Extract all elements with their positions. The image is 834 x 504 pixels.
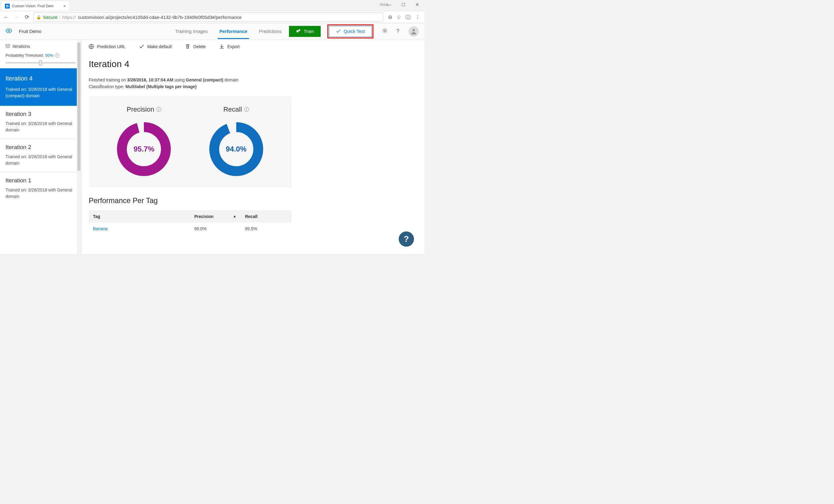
threshold-info-icon[interactable]: i xyxy=(55,53,59,58)
logo-eye-icon[interactable] xyxy=(5,29,12,34)
bookmark-icon[interactable]: ☆ xyxy=(397,14,401,20)
tag-table: Tag Precision▲ Recall Banana 99.0% 95.5% xyxy=(89,211,291,235)
th-precision[interactable]: Precision▲ xyxy=(190,211,241,223)
threshold-label: Probability Threshold: xyxy=(5,53,44,58)
metrics-panel: Precision i 95.7% Recall i xyxy=(89,96,291,187)
help-chat-button[interactable]: ? xyxy=(399,232,414,247)
recall-metric: Recall i 94.0% xyxy=(207,106,265,178)
browser-chrome: Custom Vision: Fruit Dem × Anna — ☐ ✕ ← … xyxy=(0,0,424,23)
minimize-icon[interactable]: — xyxy=(382,0,396,9)
precision-donut: 95.7% xyxy=(115,120,173,178)
info-icon[interactable]: ⓘ xyxy=(405,14,411,21)
svg-point-6 xyxy=(384,29,386,31)
quick-test-button[interactable]: Quick Test xyxy=(329,26,372,37)
check-icon xyxy=(139,44,144,49)
menu-icon[interactable]: ⋮ xyxy=(415,14,420,20)
th-recall[interactable]: Recall xyxy=(241,211,291,223)
tag-recall: 95.5% xyxy=(241,223,291,235)
iteration-subtitle: Trained on: 3/28/2018 with General domai… xyxy=(5,120,75,133)
precision-value: 95.7% xyxy=(133,145,154,153)
recall-title: Recall i xyxy=(207,106,265,113)
tab-training-images[interactable]: Training Images xyxy=(175,24,208,39)
browser-tab[interactable]: Custom Vision: Fruit Dem × xyxy=(2,1,69,11)
iterations-label: Iterations xyxy=(13,44,30,49)
make-default-button[interactable]: Make default xyxy=(139,44,172,49)
delete-button[interactable]: Delete xyxy=(185,44,205,49)
iteration-title: Iteration 3 xyxy=(5,111,75,117)
iteration-subtitle: Trained on: 3/28/2018 with General domai… xyxy=(5,187,75,200)
tab-predictions[interactable]: Predictions xyxy=(258,24,282,39)
precision-metric: Precision i 95.7% xyxy=(115,106,173,178)
settings-icon[interactable] xyxy=(382,28,388,35)
reload-icon[interactable]: ⟳ xyxy=(23,14,30,20)
tab-close-icon[interactable]: × xyxy=(63,4,66,8)
train-label: Train xyxy=(304,29,314,34)
url-separator: | xyxy=(60,15,61,20)
threshold-value: 50% xyxy=(45,53,53,58)
trash-icon xyxy=(185,44,190,49)
iteration-title: Iteration 4 xyxy=(5,75,75,82)
address-bar: ← → ⟳ 🔒 Secure | https://customvision.ai… xyxy=(0,11,424,23)
iteration-item-2[interactable]: Iteration 2 Trained on: 3/28/2018 with G… xyxy=(0,139,81,172)
main-content: Prediction URL Make default Delete Expor… xyxy=(81,40,424,254)
forward-icon[interactable]: → xyxy=(13,14,20,20)
iteration-title: Iteration 2 xyxy=(5,144,75,151)
tab-performance[interactable]: Performance xyxy=(219,24,248,39)
help-icon[interactable]: ? xyxy=(396,28,399,35)
url-input[interactable]: 🔒 Secure | https://customvision.ai/proje… xyxy=(34,13,383,22)
iterations-icon xyxy=(5,44,10,49)
app-body: Iterations Probability Threshold: 50% i … xyxy=(0,40,424,254)
recall-donut: 94.0% xyxy=(207,120,265,178)
maximize-icon[interactable]: ☐ xyxy=(396,0,410,9)
recall-value: 94.0% xyxy=(226,145,247,153)
iteration-subtitle: Trained on: 3/28/2018 with General domai… xyxy=(5,154,75,167)
slider-thumb[interactable] xyxy=(39,60,42,66)
performance-per-tag-heading: Performance Per Tag xyxy=(89,196,424,205)
nav-tabs: Training Images Performance Predictions xyxy=(175,24,282,39)
sidebar-scrollbar[interactable] xyxy=(77,40,81,254)
precision-title: Precision i xyxy=(115,106,173,113)
back-icon[interactable]: ← xyxy=(2,14,10,20)
tab-bar: Custom Vision: Fruit Dem × Anna — ☐ ✕ xyxy=(0,0,424,11)
iteration-item-3[interactable]: Iteration 3 Trained on: 3/28/2018 with G… xyxy=(0,106,81,139)
train-button[interactable]: Train xyxy=(289,26,321,37)
zoom-icon[interactable]: ⊖ xyxy=(388,14,392,20)
svg-point-3 xyxy=(8,30,10,32)
check-icon xyxy=(336,29,341,34)
download-icon xyxy=(219,44,224,49)
iteration-subtitle: Trained on: 3/28/2018 with General (comp… xyxy=(5,86,75,99)
precision-info-icon[interactable]: i xyxy=(156,107,161,112)
iteration-title: Iteration 1 xyxy=(5,177,75,184)
sidebar-header: Iterations xyxy=(0,40,81,53)
prediction-url-button[interactable]: Prediction URL xyxy=(89,44,126,49)
iteration-item-4[interactable]: Iteration 4 Trained on: 3/28/2018 with G… xyxy=(0,68,81,106)
url-text: customvision.ai/projects/ec4105dd-cdae-4… xyxy=(78,15,241,20)
iteration-item-1[interactable]: Iteration 1 Trained on: 3/28/2018 with G… xyxy=(0,172,81,205)
app-header: Fruit Demo Training Images Performance P… xyxy=(0,23,424,40)
th-tag[interactable]: Tag xyxy=(89,211,190,223)
globe-icon xyxy=(89,44,94,49)
threshold-slider[interactable] xyxy=(5,63,75,63)
sidebar: Iterations Probability Threshold: 50% i … xyxy=(0,40,81,254)
tab-title: Custom Vision: Fruit Dem xyxy=(12,4,61,8)
tag-link[interactable]: Banana xyxy=(89,223,190,235)
table-row: Banana 99.0% 95.5% xyxy=(89,223,291,235)
url-protocol: https:// xyxy=(62,15,76,20)
secure-label: Secure xyxy=(43,15,58,20)
iteration-toolbar: Prediction URL Make default Delete Expor… xyxy=(89,40,424,53)
close-window-icon[interactable]: ✕ xyxy=(410,0,424,9)
export-button[interactable]: Export xyxy=(219,44,240,49)
favicon-icon xyxy=(5,4,10,8)
threshold-row: Probability Threshold: 50% i xyxy=(0,53,81,61)
svg-point-7 xyxy=(412,29,415,31)
address-actions: ⊖ ☆ ⓘ ⋮ xyxy=(386,14,422,21)
recall-info-icon[interactable]: i xyxy=(244,107,249,112)
sort-icon: ▲ xyxy=(233,214,237,218)
gears-icon xyxy=(296,29,301,34)
iteration-meta: Finished training on 3/28/2018, 10:37:04… xyxy=(89,76,424,90)
page-title: Iteration 4 xyxy=(89,59,424,69)
avatar[interactable] xyxy=(409,26,419,37)
svg-point-2 xyxy=(7,5,8,7)
tag-precision: 99.0% xyxy=(190,223,241,235)
project-name[interactable]: Fruit Demo xyxy=(19,29,41,34)
